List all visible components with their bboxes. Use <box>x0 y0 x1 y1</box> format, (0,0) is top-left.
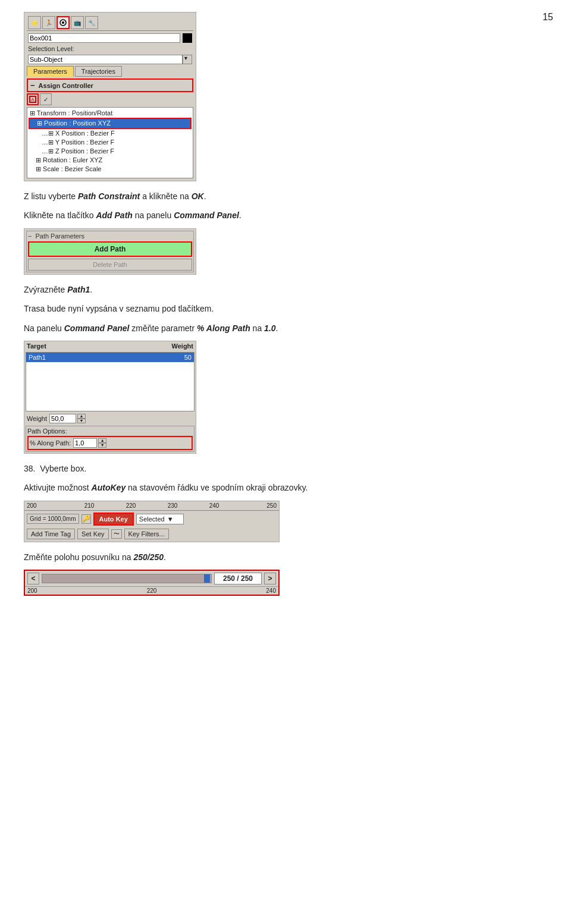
slider-ruler-200: 200 <box>27 587 37 594</box>
slider-value-text: 250/250 <box>133 552 164 562</box>
sub-object-input[interactable]: Sub-Object <box>28 55 183 64</box>
target-weight-panel: Target Weight Path1 50 Weight 50,0 ▲ ▼ P… <box>24 341 196 454</box>
along-path-row: % Along Path: 1,0 ▲ ▼ <box>27 436 193 450</box>
check-btn[interactable]: ✓ <box>40 93 52 105</box>
svg-text:A: A <box>31 97 34 102</box>
tree-item-scale[interactable]: ⊞ Scale : Bezier Scale <box>29 165 192 174</box>
toolbar-btn-display[interactable]: 📺 <box>71 16 84 29</box>
path1-text: Path1 <box>67 285 90 294</box>
autokey-text: AutoKey <box>92 483 126 492</box>
autokey-button[interactable]: Auto Key <box>93 513 134 526</box>
page-number: 15 <box>542 12 553 23</box>
key-icon: 🔑 <box>81 514 91 524</box>
assign-btn-row: A ✓ <box>27 93 193 105</box>
autokey-btn-row: Grid = 1000,0mm 🔑 Auto Key Selected ▼ <box>24 511 279 527</box>
key-icon-area: 🔑 <box>81 514 91 524</box>
weight-label: Weight <box>27 415 47 422</box>
assign-controller-label: Assign Controller <box>39 82 93 89</box>
ok-text: OK <box>192 191 204 201</box>
ruler-240: 240 <box>193 502 235 509</box>
main-panel: ⭐ 🏃 📺 🔧 Box001 Selection Level: Sub-Obje… <box>24 12 196 181</box>
weight-row: Weight 50,0 ▲ ▼ <box>24 413 196 425</box>
slider-prev-btn[interactable]: < <box>27 573 39 584</box>
weight-input[interactable]: 50,0 <box>49 414 76 423</box>
tree-item-x-position[interactable]: …⊞ X Position : Bezier F <box>29 129 192 138</box>
tree-item-transform[interactable]: ⊞ Transform : Position/Rotat <box>29 109 192 118</box>
ruler-230: 230 <box>152 502 193 509</box>
instruction-2: Klikněte na tlačítko Add Path na panelu … <box>24 209 547 222</box>
toolbar-btn-active[interactable] <box>57 16 70 29</box>
keyfilters-button[interactable]: Key Filters... <box>124 529 169 539</box>
slider-ruler-240: 240 <box>266 587 276 594</box>
step-38-text: Vyberte box. <box>40 464 86 473</box>
tw-row-path1[interactable]: Path1 50 <box>26 353 194 362</box>
svg-point-1 <box>62 21 64 24</box>
instruction-3: Zvýrazněte Path1. <box>24 283 547 296</box>
dropdown-arrow: ▼ <box>167 516 174 523</box>
object-name-row: Box001 <box>27 33 193 43</box>
tab-parameters[interactable]: Parameters <box>27 66 74 77</box>
tw-list: Path1 50 <box>26 352 194 411</box>
ruler-220: 220 <box>110 502 152 509</box>
path-parameters-section: − Path Parameters Add Path Delete Path <box>26 231 194 272</box>
toolbar-btn-tool[interactable]: 🔧 <box>85 16 98 29</box>
tab-trajectories[interactable]: Trajectories <box>75 66 122 77</box>
tree-item-rotation[interactable]: ⊞ Rotation : Euler XYZ <box>29 156 192 165</box>
setkey-button[interactable]: Set Key <box>77 529 109 539</box>
slider-ruler-220: 220 <box>147 587 157 594</box>
tree-item-position-xyz[interactable]: ⊞ Position : Position XYZ <box>29 118 192 129</box>
slider-ruler: 200 220 240 <box>25 586 278 595</box>
along-path-spin-down[interactable]: ▼ <box>98 443 106 448</box>
slider-bar[interactable] <box>42 574 212 583</box>
along-path-label: % Along Path: <box>30 439 71 447</box>
path-parameters-panel: − Path Parameters Add Path Delete Path <box>24 228 196 275</box>
toolbar-btn-motion[interactable]: 🏃 <box>42 16 55 29</box>
selection-level-label: Selection Level: <box>28 45 74 52</box>
value-1-text: 1.0 <box>264 323 275 333</box>
command-panel-text-2: Command Panel <box>64 323 130 333</box>
selected-label: Selected <box>139 516 165 523</box>
path-parameters-label: Path Parameters <box>35 232 84 240</box>
assign-icon-btn[interactable]: A <box>27 93 39 105</box>
along-path-input[interactable]: 1,0 <box>73 438 97 448</box>
instruction-4: Trasa bude nyní vypsána v seznamu pod tl… <box>24 302 547 315</box>
path-parameters-title: − Path Parameters <box>28 232 192 240</box>
delete-path-button[interactable]: Delete Path <box>28 259 192 271</box>
along-path-spin-up[interactable]: ▲ <box>98 438 106 443</box>
tw-header-row: Target Weight <box>24 341 196 351</box>
tree-item-y-position[interactable]: …⊞ Y Position : Bezier F <box>29 138 192 147</box>
object-name-input[interactable]: Box001 <box>28 33 180 43</box>
instruction-7: Změňte polohu posuvníku na 250/250. <box>24 551 547 564</box>
weight-col-header: Weight <box>158 342 193 350</box>
step-38: 38. Vyberte box. <box>24 462 547 475</box>
slider-track: < 250 / 250 > <box>25 571 278 586</box>
along-path-spinners: ▲ ▼ <box>98 438 106 448</box>
slider-thumb <box>204 574 210 583</box>
addtimetag-button[interactable]: Add Time Tag <box>27 529 75 539</box>
setkey-row: Add Time Tag Set Key 〜 Key Filters... <box>24 527 279 542</box>
target-col-header: Target <box>27 342 158 350</box>
ruler-210: 210 <box>68 502 110 509</box>
ruler-200: 200 <box>27 502 68 509</box>
grid-label: Grid = 1000,0mm <box>27 514 79 524</box>
instruction-5: Na panelu Command Panel změňte parametr … <box>24 322 547 335</box>
instruction-6: Aktivujte možnost AutoKey na stavovém řá… <box>24 481 547 494</box>
path-constraint-text: Path Constraint <box>78 191 140 201</box>
selected-dropdown[interactable]: Selected ▼ <box>136 514 184 524</box>
controller-tree: ⊞ Transform : Position/Rotat ⊞ Position … <box>27 107 193 178</box>
instruction-1: Z listu vyberte Path Constraint a klikně… <box>24 190 547 203</box>
sub-object-dropdown[interactable]: ▼ <box>183 55 192 64</box>
path-options-section: Path Options: % Along Path: 1,0 ▲ ▼ <box>26 426 194 452</box>
tree-item-z-position[interactable]: …⊞ Z Position : Bezier F <box>29 147 192 156</box>
toolbar-btn-star[interactable]: ⭐ <box>28 16 41 29</box>
minus-icon: − <box>30 81 35 90</box>
path-options-title: Path Options: <box>27 428 193 435</box>
assign-controller-header: − Assign Controller <box>27 78 193 92</box>
selection-level-row: Selection Level: <box>27 45 193 53</box>
weight-spin-down[interactable]: ▼ <box>77 419 86 423</box>
weight-spin-up[interactable]: ▲ <box>77 414 86 419</box>
weight-spinners: ▲ ▼ <box>77 414 86 423</box>
slider-value-display: 250 / 250 <box>214 573 262 584</box>
slider-next-btn[interactable]: > <box>264 573 276 584</box>
add-path-button[interactable]: Add Path <box>28 241 192 257</box>
